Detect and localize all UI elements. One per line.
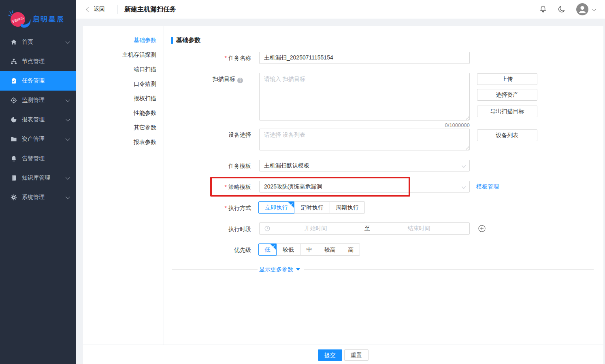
chevron-down-icon [66, 39, 70, 44]
sidebar-item-nodes[interactable]: 节点管理 [0, 52, 76, 71]
topbar-actions [539, 0, 595, 19]
subnav-item-other[interactable]: 其它参数 [83, 123, 156, 131]
assets-icon [11, 136, 17, 142]
task-template-select[interactable]: 主机漏扫默认模板 [259, 160, 470, 171]
priority-option-high[interactable]: 高 [342, 243, 360, 256]
brand-name: 启明星辰 [32, 15, 65, 24]
sidebar-item-label: 告警管理 [22, 155, 45, 162]
select-assets-button[interactable]: 选择资产 [477, 89, 537, 101]
chevron-down-icon [66, 136, 70, 141]
priority-label: 优先级 [178, 246, 251, 254]
task-name-input[interactable] [259, 52, 470, 64]
more-params-divider [172, 269, 594, 270]
chevron-down-icon [66, 195, 70, 199]
sidebar-item-knowledge[interactable]: 知识库管理 [0, 168, 76, 188]
upload-button[interactable]: 上传 [477, 73, 537, 85]
end-time-placeholder: 结束时间 [373, 225, 464, 232]
scan-target-textarea[interactable] [259, 73, 470, 121]
chevron-down-icon [66, 175, 70, 180]
subnav-item-performance[interactable]: 性能参数 [83, 109, 156, 117]
user-menu[interactable] [576, 3, 595, 15]
sidebar-item-system[interactable]: 系统管理 [0, 188, 76, 207]
alerts-icon [11, 155, 17, 162]
sidebar-item-label: 报表管理 [22, 116, 45, 123]
required-mark: * [225, 55, 227, 61]
range-separator: 至 [361, 225, 373, 232]
priority-option-low[interactable]: 低 [258, 243, 277, 256]
sidebar-item-label: 任务管理 [22, 77, 45, 85]
time-range-picker[interactable]: 开始时间 至 结束时间 [259, 222, 470, 235]
subnav-item-report[interactable]: 报表参数 [83, 138, 156, 146]
sidebar-item-label: 节点管理 [22, 58, 45, 65]
priority-option-lower[interactable]: 较低 [276, 243, 300, 256]
sidebar-item-label: 知识库管理 [22, 174, 50, 182]
device-list-button[interactable]: 设备列表 [477, 129, 537, 141]
exec-period-label: 执行时段 [178, 225, 251, 233]
show-more-params-link[interactable]: 显示更多参数 [258, 265, 304, 273]
knowledge-icon [11, 175, 17, 181]
exec-mode-option-immediate[interactable]: 立即执行 [258, 201, 294, 214]
subnav-item-port-scan[interactable]: 端口扫描 [83, 65, 156, 73]
sidebar-item-label: 监测管理 [22, 97, 45, 104]
footer-divider [83, 345, 603, 345]
form-panel: 基础参数 主机存活探测 端口扫描 口令猜测 授权扫描 性能参数 其它参数 报表参… [83, 26, 603, 364]
sidebar-nav: 首页 节点管理 任务管理 监测管理 报表管理 资产管理 告警管理 [0, 32, 76, 207]
device-select-textarea[interactable] [259, 129, 470, 150]
back-button[interactable]: 返回 [87, 5, 105, 14]
help-icon[interactable] [237, 78, 243, 83]
sidebar-item-alerts[interactable]: 告警管理 [0, 149, 76, 168]
template-manage-link[interactable]: 模板管理 [476, 183, 499, 190]
task-template-label: 任务模板 [178, 162, 251, 170]
reset-button[interactable]: 重置 [344, 349, 369, 361]
exec-mode-option-periodic[interactable]: 周期执行 [330, 201, 365, 214]
exec-mode-option-scheduled[interactable]: 定时执行 [294, 201, 330, 214]
exec-mode-segmented: 立即执行 定时执行 周期执行 [258, 201, 365, 214]
reports-icon [11, 116, 17, 123]
priority-option-medium[interactable]: 中 [300, 243, 318, 256]
plus-circle-icon [478, 225, 486, 232]
chevron-left-icon [86, 7, 91, 12]
sidebar-item-tasks[interactable]: 任务管理 [0, 71, 76, 91]
selected-check-icon [273, 243, 276, 248]
chevron-down-icon [462, 164, 466, 168]
page-title: 新建主机漏扫任务 [124, 5, 176, 14]
subnav-item-auth-scan[interactable]: 授权扫描 [83, 94, 156, 102]
task-name-label: *任务名称 [178, 54, 251, 62]
sidebar-item-home[interactable]: 首页 [0, 32, 76, 52]
nodes-icon [11, 58, 17, 65]
device-select-label: 设备选择 [178, 131, 251, 139]
sidebar: Venus 启明星辰 首页 节点管理 任务管理 监测管理 报表管理 [0, 0, 76, 364]
task-template-value: 主机漏扫默认模板 [264, 162, 309, 169]
topbar-divider [117, 5, 118, 14]
priority-option-higher[interactable]: 较高 [318, 243, 342, 256]
sidebar-item-reports[interactable]: 报表管理 [0, 110, 76, 129]
main-content: 基础参数 主机存活探测 端口扫描 口令猜测 授权扫描 性能参数 其它参数 报表参… [76, 19, 605, 364]
required-mark: * [225, 205, 227, 211]
monitor-icon [11, 97, 17, 104]
notification-bell-icon[interactable] [539, 5, 547, 13]
chevron-down-icon [592, 7, 596, 11]
section-accent-bar [171, 37, 173, 44]
start-time-placeholder: 开始时间 [270, 225, 361, 232]
policy-template-select[interactable]: 2025攻防演练高危漏洞 [259, 181, 470, 193]
sidebar-item-assets[interactable]: 资产管理 [0, 129, 76, 149]
required-mark: * [225, 184, 227, 190]
brand-logo[interactable]: Venus 启明星辰 [7, 9, 72, 29]
subnav-item-host-alive[interactable]: 主机存活探测 [83, 51, 156, 59]
add-period-button[interactable] [478, 225, 486, 232]
export-targets-button[interactable]: 导出扫描目标 [477, 106, 537, 117]
topbar: 返回 新建主机漏扫任务 [76, 0, 605, 19]
policy-template-label: *策略模板 [178, 183, 251, 191]
exec-mode-label: *执行方式 [178, 204, 251, 212]
scan-target-label: 扫描目标 [170, 75, 243, 83]
dark-mode-moon-icon[interactable] [558, 5, 566, 13]
clock-icon [264, 226, 270, 231]
section-title: 基础参数 [176, 36, 200, 44]
subnav-item-basic[interactable]: 基础参数 [83, 36, 156, 44]
sidebar-item-monitor[interactable]: 监测管理 [0, 91, 76, 110]
priority-segmented: 低 较低 中 较高 高 [258, 243, 360, 256]
submit-button[interactable]: 提交 [318, 349, 342, 361]
subnav-divider [164, 26, 164, 345]
caret-down-icon [296, 268, 300, 271]
subnav-item-pwd-guess[interactable]: 口令猜测 [83, 80, 156, 88]
